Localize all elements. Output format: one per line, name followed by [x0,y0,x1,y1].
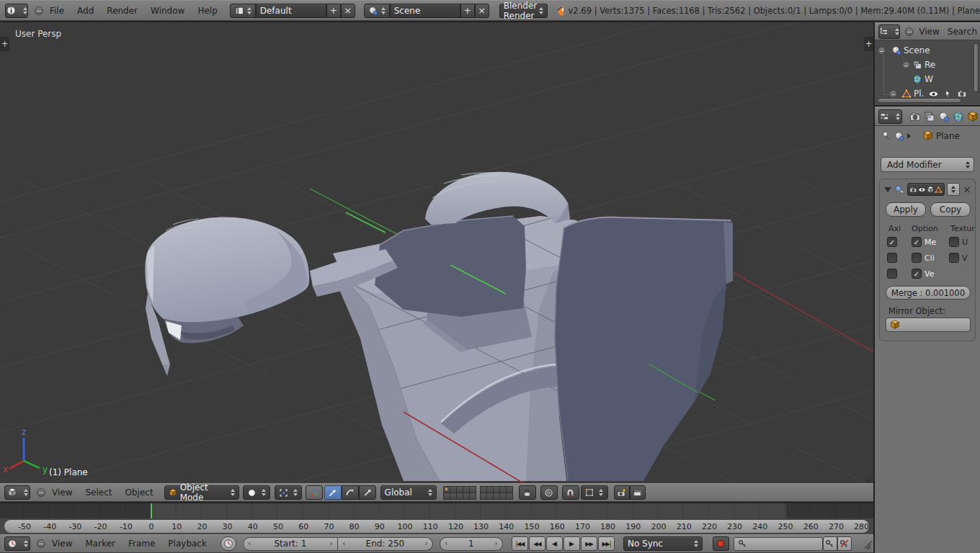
region-resize-grip[interactable] [863,472,873,482]
delete-keyframe-button[interactable] [837,536,852,551]
collapse-icon[interactable] [878,47,886,55]
menu-search[interactable]: Search [945,27,980,37]
menu-add[interactable]: Add [71,6,100,16]
selectable-cursor-icon[interactable] [943,89,953,99]
collapse-menus-button[interactable] [37,488,45,497]
menu-frame[interactable]: Frame [122,539,161,549]
lock-to-scene-button[interactable] [519,485,536,500]
keying-set-field[interactable] [734,537,823,551]
pin-icon[interactable] [881,130,891,141]
rotate-manipulator-button[interactable] [342,485,359,500]
menu-window[interactable]: Window [144,6,191,16]
region-resize-grip[interactable] [862,539,872,549]
outliner-item-world[interactable]: W [912,73,933,85]
expand-icon[interactable] [889,90,897,98]
properties-expand-tab[interactable]: + [864,37,873,51]
merge-limit-slider[interactable]: ‹Merge : 0.001000› [886,286,971,300]
menu-view[interactable]: View [45,539,79,549]
outliner-item-scene[interactable]: Scene [878,45,930,56]
jump-to-start-button[interactable]: |◀◀ [512,536,528,551]
timeline-ruler[interactable]: -50-40-30-20-100102030405060708090100110… [4,519,870,534]
editor-type-selector[interactable] [5,4,28,18]
cage-toggle-icon[interactable] [935,186,943,194]
layer-cell[interactable] [506,493,513,500]
collapse-menus-button[interactable] [905,27,914,36]
tab-scene[interactable] [937,109,951,124]
timeline-canvas[interactable] [0,503,873,518]
play-button[interactable]: ▶ [564,536,580,551]
layer-cell[interactable] [469,493,476,500]
sync-dropdown[interactable]: No Sync [623,536,703,551]
play-reverse-button[interactable]: ◀ [546,536,563,551]
viewport-canvas[interactable]: z x y [0,22,873,483]
axis-x-checkbox[interactable]: ✓ [887,237,897,247]
editor-type-selector[interactable] [878,109,902,124]
modifier-name-field[interactable] [907,183,945,196]
prev-keyframe-button[interactable]: ◀◀ [529,536,545,551]
menu-view[interactable]: View [914,27,944,37]
outliner-item-renderlayers[interactable]: Re [902,59,935,71]
orientation-dropdown[interactable]: Global [380,485,437,500]
add-modifier-dropdown[interactable]: Add Modifier [881,157,974,172]
jump-to-end-button[interactable]: ▶▶| [598,536,615,551]
apply-button[interactable]: Apply [886,202,926,217]
proportional-edit-button[interactable] [540,485,558,500]
menu-object[interactable]: Object [119,487,160,498]
add-layout-button[interactable]: + [326,4,341,18]
tab-world[interactable] [951,109,966,124]
eye-toggle-icon[interactable] [918,186,926,194]
pivot-dropdown[interactable] [275,485,302,500]
toolshelf-expand-tab[interactable]: + [0,37,9,51]
opengl-animation-button[interactable] [630,485,646,500]
axis-y-checkbox[interactable] [887,253,897,263]
menu-select[interactable]: Select [79,487,118,498]
menu-playback[interactable]: Playback [161,539,213,549]
merge-checkbox[interactable]: ✓ [912,237,922,247]
tab-object[interactable] [966,109,980,124]
insert-keyframe-button[interactable] [823,536,837,551]
texture-u-checkbox[interactable] [949,237,959,247]
scene-icon-button[interactable] [364,4,390,18]
tab-render-layers[interactable] [922,109,937,124]
close-scene-button[interactable]: × [475,4,489,18]
editor-type-selector[interactable] [878,24,900,39]
screen-layout-icon-button[interactable] [230,4,256,18]
next-keyframe-button[interactable]: ▶▶ [581,536,597,551]
menu-help[interactable]: Help [191,6,223,16]
close-layout-button[interactable]: × [341,4,355,18]
axis-z-checkbox[interactable] [887,269,897,279]
collapse-menus-button[interactable] [37,539,45,548]
editmode-toggle-icon[interactable] [927,186,935,194]
menu-view[interactable]: View [45,487,79,498]
outliner-hscrollbar[interactable] [878,98,961,103]
current-frame-field[interactable]: ‹1› [440,537,503,551]
add-scene-button[interactable]: + [460,4,475,18]
current-frame-line[interactable] [151,503,152,518]
use-preview-range-button[interactable] [220,536,236,551]
render-engine-dropdown[interactable]: Blender Render [499,4,548,18]
menu-marker[interactable]: Marker [79,539,121,549]
manipulator-toggle[interactable] [306,485,323,500]
outliner-vscrollbar[interactable] [974,43,979,92]
expand-icon[interactable] [902,61,910,69]
tab-render[interactable] [908,109,922,124]
menu-render[interactable]: Render [100,6,144,16]
vertex-groups-checkbox[interactable]: ✓ [912,269,922,279]
snap-element-dropdown[interactable] [581,485,608,500]
editor-type-selector[interactable] [4,485,30,500]
auto-keyframe-button[interactable] [713,536,729,551]
renderable-camera-icon[interactable] [957,89,967,99]
mirror-object-field[interactable] [886,318,971,332]
menu-file[interactable]: File [43,6,71,16]
modifier-move-buttons[interactable] [947,183,960,196]
collapse-menus-button[interactable] [35,6,43,15]
texture-v-checkbox[interactable] [949,253,959,263]
modifier-delete-button[interactable]: × [963,184,971,195]
mode-dropdown[interactable]: Object Mode [164,485,239,500]
translate-manipulator-button[interactable] [324,485,342,500]
editor-type-selector[interactable] [4,536,30,551]
start-frame-field[interactable]: ‹Start: 1› [243,537,338,551]
scale-manipulator-button[interactable] [359,485,376,500]
copy-button[interactable]: Copy [930,202,971,217]
scene-field[interactable]: Scene [390,4,460,18]
